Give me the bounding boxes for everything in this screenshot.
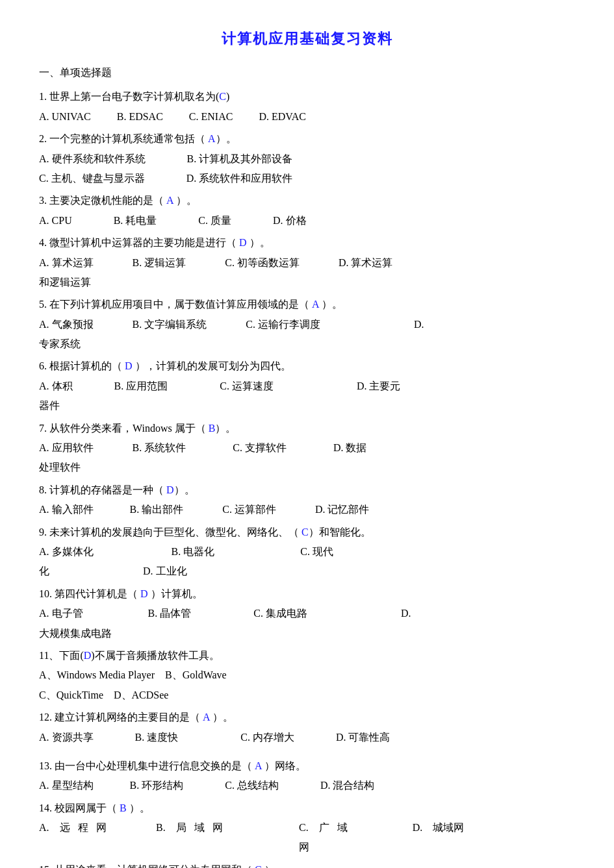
- question-5: 5. 在下列计算机应用项目中，属于数值计算应用领域的是（ A ）。 A. 气象预…: [39, 295, 575, 354]
- question-10-options: A. 电子管 B. 晶体管 C. 集成电路 D.大规模集成电路: [39, 604, 575, 643]
- question-13: 13. 由一台中心处理机集中进行信息交换的是（ A ）网络。 A. 星型结构 B…: [39, 756, 575, 796]
- question-14-text: 14. 校园网属于（ B ）。: [39, 799, 575, 818]
- question-9-text: 9. 未来计算机的发展趋向于巨型化、微型化、网络化、（ C）和智能化。: [39, 523, 575, 542]
- question-8-text: 8. 计算机的存储器是一种（ D）。: [39, 480, 575, 500]
- question-4: 4. 微型计算机中运算器的主要功能是进行（ D ）。 A. 算术运算 B. 逻辑…: [39, 233, 575, 292]
- question-13-options: A. 星型结构 B. 环形结构 C. 总线结构 D. 混合结构: [39, 776, 575, 795]
- question-10: 10. 第四代计算机是（ D ）计算机。 A. 电子管 B. 晶体管 C. 集成…: [39, 584, 575, 643]
- question-2-options-row1: A. 硬件系统和软件系统 B. 计算机及其外部设备: [39, 149, 575, 169]
- page-title: 计算机应用基础复习资料: [39, 26, 575, 52]
- question-10-text: 10. 第四代计算机是（ D ）计算机。: [39, 584, 575, 604]
- question-2: 2. 一个完整的计算机系统通常包括（ A）。 A. 硬件系统和软件系统 B. 计…: [39, 129, 575, 188]
- question-9-options: A. 多媒体化 B. 电器化 C. 现代化 D. 工业化: [39, 542, 575, 582]
- question-6: 6. 根据计算机的（ D ），计算机的发展可划分为四代。 A. 体积 B. 应用…: [39, 356, 575, 415]
- question-4-text: 4. 微型计算机中运算器的主要功能是进行（ D ）。: [39, 233, 575, 253]
- question-1: 1. 世界上第一台电子数字计算机取名为(C) A. UNIVAC B. EDSA…: [39, 87, 575, 127]
- question-11-text: 11、下面(D)不属于音频播放软件工具。: [39, 646, 575, 665]
- question-12-text: 12. 建立计算机网络的主要目的是（ A ）。: [39, 708, 575, 727]
- question-11-options-row2: C、QuickTime D、ACDSee: [39, 686, 575, 705]
- question-2-text: 2. 一个完整的计算机系统通常包括（ A）。: [39, 129, 575, 149]
- question-14-options: A. 远 程 网 B. 局 域 网 C. 广 域网 D. 城域网: [39, 818, 575, 858]
- question-6-text: 6. 根据计算机的（ D ），计算机的发展可划分为四代。: [39, 356, 575, 376]
- question-7-text: 7. 从软件分类来看，Windows 属于（ B）。: [39, 419, 575, 438]
- question-11: 11、下面(D)不属于音频播放软件工具。 A、Windows Media Pla…: [39, 646, 575, 705]
- question-2-options-row2: C. 主机、键盘与显示器 D. 系统软件和应用软件: [39, 169, 575, 188]
- question-4-options: A. 算术运算 B. 逻辑运算 C. 初等函数运算 D. 算术运算和逻辑运算: [39, 253, 575, 293]
- question-12-options: A. 资源共享 B. 速度快 C. 内存增大 D. 可靠性高: [39, 728, 575, 747]
- question-8: 8. 计算机的存储器是一种（ D）。 A. 输入部件 B. 输出部件 C. 运算…: [39, 480, 575, 520]
- question-3-text: 3. 主要决定微机性能的是（ A ）。: [39, 191, 575, 210]
- question-7-options: A. 应用软件 B. 系统软件 C. 支撑软件 D. 数据处理软件: [39, 438, 575, 478]
- question-12: 12. 建立计算机网络的主要目的是（ A ）。 A. 资源共享 B. 速度快 C…: [39, 708, 575, 747]
- question-7: 7. 从软件分类来看，Windows 属于（ B）。 A. 应用软件 B. 系统…: [39, 419, 575, 478]
- question-14: 14. 校园网属于（ B ）。 A. 远 程 网 B. 局 域 网 C. 广 域…: [39, 799, 575, 858]
- question-8-options: A. 输入部件 B. 输出部件 C. 运算部件 D. 记忆部件: [39, 500, 575, 519]
- question-1-text: 1. 世界上第一台电子数字计算机取名为(C): [39, 87, 575, 106]
- question-5-options: A. 气象预报 B. 文字编辑系统 C. 运输行李调度 D.专家系统: [39, 315, 575, 354]
- question-6-options: A. 体积 B. 应用范围 C. 运算速度 D. 主要元器件: [39, 377, 575, 416]
- question-15: 15. 从用途来看，计算机网络可分为专用网和（ C ）。 A. 广域网 B. 分…: [39, 860, 575, 868]
- question-3: 3. 主要决定微机性能的是（ A ）。 A. CPU B. 耗电量 C. 质量 …: [39, 191, 575, 230]
- question-3-options: A. CPU B. 耗电量 C. 质量 D. 价格: [39, 211, 575, 230]
- section-title: 一、单项选择题: [39, 64, 575, 82]
- question-1-options: A. UNIVAC B. EDSAC C. ENIAC D. EDVAC: [39, 107, 575, 127]
- question-11-options-row1: A、Windows Media Player B、GoldWave: [39, 665, 575, 685]
- question-13-text: 13. 由一台中心处理机集中进行信息交换的是（ A ）网络。: [39, 756, 575, 776]
- question-9: 9. 未来计算机的发展趋向于巨型化、微型化、网络化、（ C）和智能化。 A. 多…: [39, 523, 575, 582]
- question-15-text: 15. 从用途来看，计算机网络可分为专用网和（ C ）。: [39, 860, 575, 868]
- question-5-text: 5. 在下列计算机应用项目中，属于数值计算应用领域的是（ A ）。: [39, 295, 575, 314]
